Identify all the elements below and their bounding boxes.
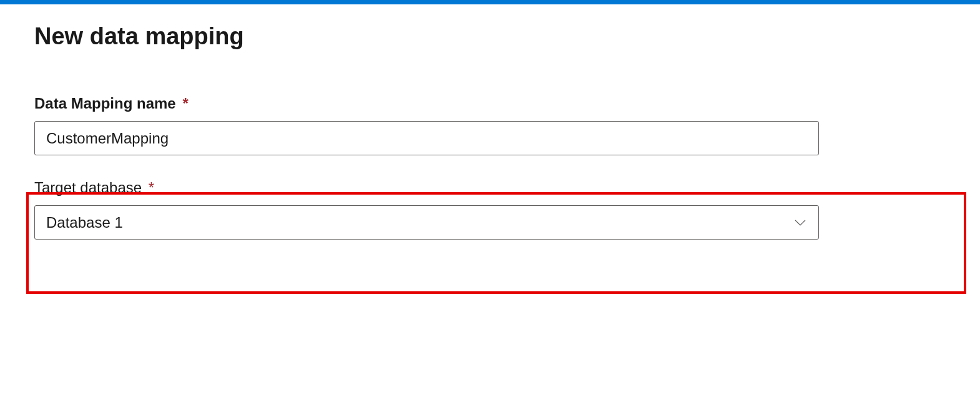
- required-asterisk: *: [149, 179, 154, 196]
- target-database-select[interactable]: Database 1: [34, 205, 819, 240]
- target-database-label: Target database *: [34, 179, 946, 196]
- data-mapping-name-group: Data Mapping name *: [34, 95, 946, 155]
- chevron-down-icon: [795, 217, 806, 228]
- target-database-selected-value: Database 1: [46, 214, 123, 231]
- page-title: New data mapping: [34, 23, 946, 50]
- data-mapping-name-label: Data Mapping name *: [34, 95, 946, 112]
- data-mapping-name-label-text: Data Mapping name: [34, 95, 176, 112]
- top-accent-bar: [0, 0, 980, 4]
- required-asterisk: *: [182, 95, 188, 112]
- target-database-group: Target database * Database 1: [34, 179, 946, 240]
- content-area: New data mapping Data Mapping name * Tar…: [0, 4, 980, 240]
- target-database-label-text: Target database: [34, 179, 142, 196]
- data-mapping-name-input[interactable]: [34, 121, 819, 155]
